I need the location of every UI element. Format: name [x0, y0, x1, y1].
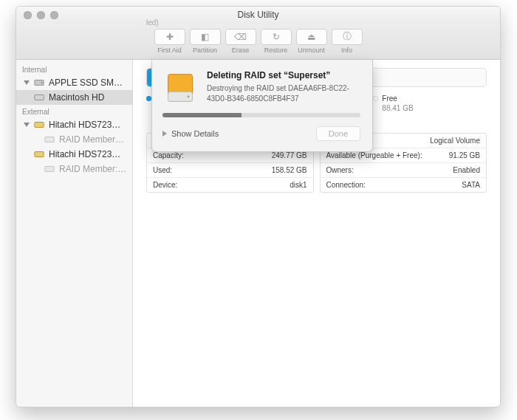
- info-key: Available (Purgeable + Free):: [326, 151, 422, 159]
- drive-icon: [34, 149, 44, 159]
- usage-segment-free: [364, 69, 486, 86]
- toolbar-label: Info: [341, 47, 352, 54]
- sidebar-header-internal: Internal: [16, 63, 132, 75]
- svg-rect-3: [35, 123, 44, 128]
- toolbar-first-aid[interactable]: ✚ First Aid: [153, 29, 187, 54]
- volume-icon: [44, 134, 55, 145]
- restore-icon: ↻: [261, 29, 292, 45]
- info-key: Connection:: [326, 181, 366, 189]
- legend-value: 88.41 GB: [382, 104, 487, 112]
- sidebar-item-volume[interactable]: Macintosh HD: [16, 90, 132, 105]
- info-row: Used:158.52 GB: [147, 163, 313, 178]
- sheet-title: Deleting RAID set “Superset”: [207, 70, 360, 80]
- toolbar-label: Restore: [264, 47, 288, 54]
- svg-point-1: [41, 82, 43, 83]
- toolbar-label: Unmount: [298, 47, 325, 54]
- volume-icon: [34, 92, 44, 103]
- show-details-label: Show Details: [171, 129, 219, 138]
- toolbar-label: First Aid: [157, 47, 182, 54]
- sidebar-header-external: External: [16, 105, 132, 117]
- close-icon[interactable]: [24, 11, 32, 19]
- sidebar-item-raid-member[interactable]: RAID Member:…: [16, 162, 132, 176]
- toolbar-info[interactable]: ⓘ Info: [330, 29, 364, 54]
- info-key: Used:: [153, 166, 172, 174]
- toolbar-label: Partition: [193, 47, 217, 54]
- svg-point-9: [188, 96, 190, 98]
- info-value: 91.25 GB: [449, 151, 480, 159]
- toolbar-restore[interactable]: ↻ Restore: [259, 29, 293, 54]
- legend-dot-icon: [373, 96, 378, 101]
- info-icon: ⓘ: [332, 29, 363, 45]
- svg-rect-5: [35, 152, 44, 157]
- info-row: Owners:Enabled: [321, 163, 487, 178]
- sidebar-item-label: APPLE SSD SM…: [49, 78, 128, 88]
- toolbar-unmount[interactable]: ⏏ Unmount: [295, 29, 329, 54]
- svg-rect-2: [35, 95, 44, 100]
- disclosure-right-icon: [162, 131, 167, 137]
- disclosure-icon[interactable]: [24, 80, 30, 85]
- done-button: Done: [316, 126, 360, 141]
- sidebar-item-label: RAID Member…: [59, 134, 128, 145]
- progress-fill: [162, 113, 242, 117]
- info-value: 158.52 GB: [272, 166, 307, 174]
- sidebar-item-disk[interactable]: Hitachi HDS723…: [16, 147, 132, 162]
- status-text: led): [146, 18, 485, 27]
- svg-rect-4: [45, 137, 54, 142]
- info-key: Owners:: [326, 166, 354, 174]
- legend-free: Free 88.41 GB: [373, 94, 487, 112]
- info-value: Enabled: [453, 166, 480, 174]
- sidebar: Internal APPLE SSD SM… Macintosh HD Exte…: [16, 60, 133, 407]
- sidebar-item-label: Hitachi HDS723…: [49, 149, 128, 159]
- first-aid-icon: ✚: [154, 29, 185, 45]
- disk-utility-window: Disk Utility ✚ First Aid ◧ Partition ⌫ E…: [16, 6, 501, 407]
- progress-bar: [162, 113, 360, 117]
- volume-icon: [44, 164, 55, 174]
- drive-icon: [34, 78, 44, 88]
- info-key: Capacity:: [153, 151, 184, 159]
- toolbar-erase[interactable]: ⌫ Erase: [224, 29, 258, 54]
- sidebar-item-raid-member[interactable]: RAID Member…: [16, 132, 132, 147]
- toolbar-partition[interactable]: ◧ Partition: [188, 29, 222, 54]
- svg-rect-6: [45, 167, 54, 172]
- info-value: Logical Volume: [430, 137, 480, 145]
- info-row: Connection:SATA: [321, 178, 487, 192]
- unmount-icon: ⏏: [296, 29, 327, 45]
- disclosure-icon[interactable]: [24, 123, 30, 127]
- legend-label: Free: [382, 94, 397, 103]
- sidebar-item-label: Hitachi HDS723…: [49, 120, 128, 130]
- toolbar: ✚ First Aid ◧ Partition ⌫ Erase ↻ Restor…: [16, 23, 500, 60]
- erase-icon: ⌫: [225, 29, 256, 45]
- sidebar-item-label: RAID Member:…: [59, 164, 128, 174]
- progress-sheet: Deleting RAID set “Superset” Destroying …: [151, 60, 373, 152]
- info-key: Device:: [153, 181, 177, 189]
- window-controls: [24, 11, 58, 19]
- sidebar-item-disk[interactable]: Hitachi HDS723…: [16, 117, 132, 132]
- partition-icon: ◧: [190, 29, 221, 45]
- info-value: disk1: [290, 181, 307, 189]
- info-value: SATA: [462, 181, 480, 189]
- sidebar-item-label: Macintosh HD: [49, 92, 128, 103]
- info-row: Device:disk1: [147, 178, 313, 192]
- info-value: 249.77 GB: [272, 151, 307, 159]
- legend-dot-icon: [146, 96, 151, 101]
- toolbar-label: Erase: [232, 47, 250, 54]
- drive-icon: [34, 120, 44, 130]
- zoom-icon[interactable]: [50, 11, 58, 19]
- sheet-message: Destroying the RAID set DAEAA6FB-8C22-43…: [207, 83, 360, 103]
- drive-big-icon: [162, 70, 198, 106]
- show-details-button[interactable]: Show Details: [162, 129, 219, 138]
- minimize-icon[interactable]: [37, 11, 45, 19]
- sidebar-item-disk[interactable]: APPLE SSD SM…: [16, 75, 132, 90]
